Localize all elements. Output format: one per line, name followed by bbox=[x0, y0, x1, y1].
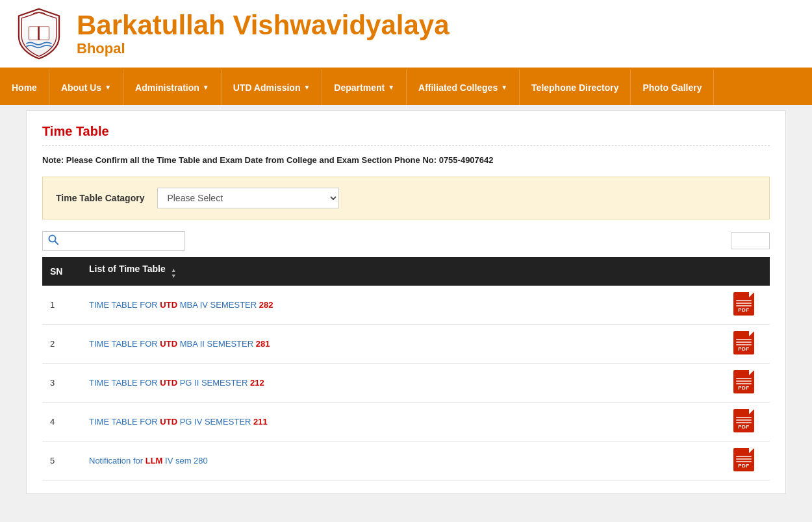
row-title: TIME TABLE FOR UTD PG IV SEMESTER 211 bbox=[81, 403, 718, 441]
row-sn: 3 bbox=[42, 364, 81, 403]
chevron-down-icon: ▼ bbox=[303, 84, 310, 91]
chevron-down-icon: ▼ bbox=[501, 84, 507, 91]
row-action bbox=[718, 403, 770, 441]
nav-item-about[interactable]: About Us ▼ bbox=[49, 69, 123, 105]
table-header-row: SN List of Time Table ▲▼ bbox=[42, 257, 770, 286]
row-sn: 4 bbox=[42, 403, 81, 441]
svg-line-5 bbox=[55, 242, 58, 245]
pdf-download-icon[interactable] bbox=[733, 331, 754, 354]
category-select[interactable]: Please Select bbox=[157, 188, 339, 208]
sem-highlight: 281 bbox=[256, 339, 270, 349]
timetable-link[interactable]: TIME TABLE FOR UTD PG IV SEMESTER 211 bbox=[89, 417, 268, 427]
utd-highlight: UTD bbox=[160, 339, 177, 349]
utd-highlight: UTD bbox=[160, 378, 177, 388]
svg-rect-2 bbox=[40, 27, 49, 40]
table-row: 3TIME TABLE FOR UTD PG II SEMESTER 212 bbox=[42, 364, 770, 403]
timetable-link[interactable]: Notification for LLM IV sem 280 bbox=[89, 456, 208, 466]
search-pagination-row: 10 bbox=[42, 231, 770, 251]
search-input[interactable] bbox=[62, 236, 173, 246]
header: Barkatullah Vishwavidyalaya Bhopal bbox=[0, 0, 812, 69]
row-action bbox=[718, 325, 770, 364]
table-row: 4TIME TABLE FOR UTD PG IV SEMESTER 211 bbox=[42, 403, 770, 441]
sem-highlight: 282 bbox=[259, 300, 273, 310]
row-sn: 5 bbox=[42, 441, 81, 480]
note-text: Note: Please Confirm all the Time Table … bbox=[42, 155, 770, 165]
timetable-link[interactable]: TIME TABLE FOR UTD MBA IV SEMESTER 282 bbox=[89, 300, 273, 310]
university-name: Barkatullah Vishwavidyalaya bbox=[77, 10, 450, 40]
pdf-download-icon[interactable] bbox=[733, 448, 754, 471]
logo-icon bbox=[13, 8, 65, 60]
utd-highlight: UTD bbox=[160, 417, 177, 427]
table-row: 5Notification for LLM IV sem 280 bbox=[42, 441, 770, 480]
utd-highlight: LLM bbox=[146, 456, 163, 466]
pdf-download-icon[interactable] bbox=[733, 370, 754, 393]
navbar: HomeAbout Us ▼Administration ▼UTD Admiss… bbox=[0, 69, 812, 105]
page-size-input[interactable]: 10 bbox=[731, 232, 770, 249]
chevron-down-icon: ▼ bbox=[388, 84, 394, 91]
row-title: TIME TABLE FOR UTD PG II SEMESTER 212 bbox=[81, 364, 718, 403]
col-list: List of Time Table ▲▼ bbox=[81, 257, 718, 286]
filter-label: Time Table Catagory bbox=[56, 193, 144, 203]
sort-icon[interactable]: ▲▼ bbox=[171, 267, 177, 279]
row-sn: 2 bbox=[42, 325, 81, 364]
col-action bbox=[718, 257, 770, 286]
nav-item-photo-gallery[interactable]: Photo Gallery bbox=[631, 69, 714, 105]
university-title-block: Barkatullah Vishwavidyalaya Bhopal bbox=[77, 10, 450, 57]
search-icon bbox=[48, 234, 58, 247]
row-action bbox=[718, 441, 770, 480]
chevron-down-icon: ▼ bbox=[105, 84, 111, 91]
pdf-download-icon[interactable] bbox=[733, 292, 754, 316]
chevron-down-icon: ▼ bbox=[203, 84, 209, 91]
svg-rect-1 bbox=[29, 27, 38, 40]
row-sn: 1 bbox=[42, 286, 81, 325]
pdf-download-icon[interactable] bbox=[733, 409, 754, 432]
filter-box: Time Table Catagory Please Select bbox=[42, 177, 770, 219]
row-title: Notification for LLM IV sem 280 bbox=[81, 441, 718, 480]
nav-item-telephone-directory[interactable]: Telephone Directory bbox=[520, 69, 631, 105]
nav-item-administration[interactable]: Administration ▼ bbox=[123, 69, 222, 105]
timetable-link[interactable]: TIME TABLE FOR UTD MBA II SEMESTER 281 bbox=[89, 339, 270, 349]
table-body: 1TIME TABLE FOR UTD MBA IV SEMESTER 2822… bbox=[42, 286, 770, 480]
sem-highlight: 212 bbox=[250, 378, 264, 388]
row-title: TIME TABLE FOR UTD MBA IV SEMESTER 282 bbox=[81, 286, 718, 325]
university-subname: Bhopal bbox=[77, 40, 450, 57]
table-row: 1TIME TABLE FOR UTD MBA IV SEMESTER 282 bbox=[42, 286, 770, 325]
row-title: TIME TABLE FOR UTD MBA II SEMESTER 281 bbox=[81, 325, 718, 364]
table-row: 2TIME TABLE FOR UTD MBA II SEMESTER 281 bbox=[42, 325, 770, 364]
sem-highlight: 211 bbox=[253, 417, 268, 427]
row-action bbox=[718, 364, 770, 403]
main-content: Time Table Note: Please Confirm all the … bbox=[26, 110, 786, 494]
utd-highlight: UTD bbox=[160, 300, 177, 310]
nav-item-utd-admission[interactable]: UTD Admission ▼ bbox=[222, 69, 323, 105]
search-box bbox=[42, 231, 185, 251]
page-title: Time Table bbox=[42, 124, 770, 146]
timetable-link[interactable]: TIME TABLE FOR UTD PG II SEMESTER 212 bbox=[89, 378, 264, 388]
nav-item-department[interactable]: Department ▼ bbox=[322, 69, 407, 105]
data-table: SN List of Time Table ▲▼ 1TIME TABLE FOR… bbox=[42, 257, 770, 480]
nav-item-affiliated-colleges[interactable]: Affiliated Colleges ▼ bbox=[407, 69, 520, 105]
nav-item-home[interactable]: Home bbox=[0, 69, 49, 105]
col-sn: SN bbox=[42, 257, 81, 286]
row-action bbox=[718, 286, 770, 325]
